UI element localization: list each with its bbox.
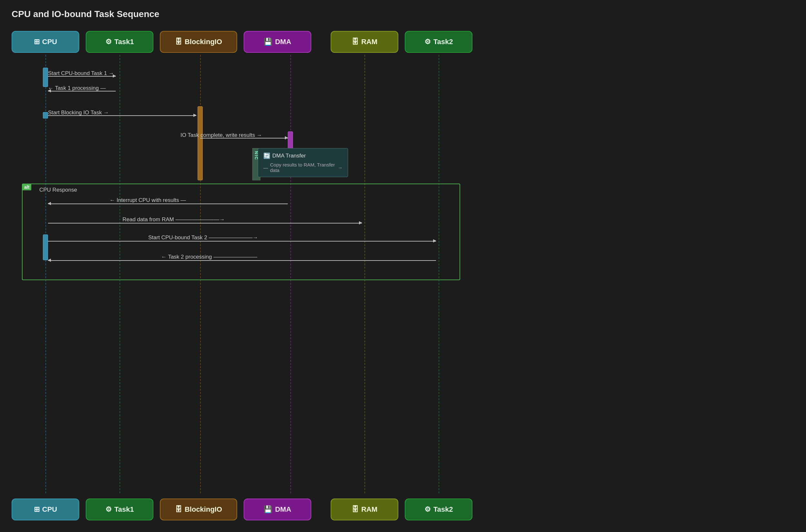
task2-icon-bottom: ⚙ <box>424 505 431 514</box>
actor-task1-bottom: ⚙ Task1 <box>86 498 153 520</box>
actor-task1-top: ⚙ Task1 <box>86 31 153 53</box>
activation-blockingio <box>198 106 203 180</box>
actor-dma-bottom-label: DMA <box>275 505 291 514</box>
dma-icon-top: 💾 <box>263 38 272 46</box>
actor-ram-bottom-label: RAM <box>361 505 378 514</box>
label-msg8: ← Task 2 processing ———————— <box>161 254 257 260</box>
label-msg2: ← Task 1 processing — <box>48 85 106 92</box>
actor-task2-top: ⚙ Task2 <box>405 31 473 53</box>
dma-icon-bottom: 💾 <box>263 505 272 514</box>
label-msg3: Start Blocking IO Task → <box>48 110 109 116</box>
actor-blockingio-bottom-label: BlockingIO <box>185 505 222 514</box>
task1-icon-top: ⚙ <box>105 38 112 46</box>
label-msg7: Start CPU-bound Task 2 ————————→ <box>148 234 258 241</box>
actor-dma-bottom: 💾 DMA <box>244 498 311 520</box>
actor-task2-top-label: Task2 <box>434 38 453 46</box>
label-msg1: Start CPU-bound Task 1 → <box>48 70 114 77</box>
actor-cpu-bottom-label: CPU <box>42 505 57 514</box>
arrow-msg7 <box>48 241 436 242</box>
actor-ram-top: 🗄 RAM <box>331 31 398 53</box>
ram-icon-top: 🗄 <box>352 38 359 46</box>
cpu-icon-bottom: ⊞ <box>34 505 40 514</box>
dma-box-title: 🔄 DMA Transfer <box>263 152 343 159</box>
dma-transfer-box: 🔄 DMA Transfer — Copy results to RAM, Tr… <box>258 148 348 177</box>
ram-icon-bottom: 🗄 <box>352 505 359 514</box>
actor-dma-top-label: DMA <box>275 38 291 46</box>
alt-frame: alt CPU Response <box>22 184 460 280</box>
task2-icon-top: ⚙ <box>424 38 431 46</box>
activation-cpu-1 <box>43 68 48 87</box>
actor-blockingio-top: 🗄 BlockingIO <box>160 31 237 53</box>
actor-task2-bottom-label: Task2 <box>434 505 453 514</box>
actor-task1-top-label: Task1 <box>114 38 134 46</box>
actor-blockingio-bottom: 🗄 BlockingIO <box>160 498 237 520</box>
actor-blockingio-top-label: BlockingIO <box>185 38 222 46</box>
label-msg5: ← Interrupt CPU with results — <box>110 197 186 204</box>
label-msg6: Read data from RAM ————————→ <box>123 216 225 223</box>
task1-icon-bottom: ⚙ <box>105 505 112 514</box>
actor-cpu-bottom: ⊞ CPU <box>12 498 79 520</box>
blockingio-icon-bottom: 🗄 <box>175 505 182 514</box>
actor-ram-bottom: 🗄 RAM <box>331 498 398 520</box>
arrow-msg8 <box>48 260 436 261</box>
actor-cpu-top-label: CPU <box>42 38 57 46</box>
actor-ram-top-label: RAM <box>361 38 378 46</box>
actor-cpu-top: ⊞ CPU <box>12 31 79 53</box>
cpu-icon-top: ⊞ <box>34 38 40 46</box>
alt-label: alt <box>22 184 31 190</box>
page-title: CPU and IO-bound Task Sequence <box>12 9 159 19</box>
actor-task1-bottom-label: Task1 <box>114 505 134 514</box>
activation-cpu-blockingio <box>43 112 48 118</box>
blockingio-icon-top: 🗄 <box>175 38 182 46</box>
actor-task2-bottom: ⚙ Task2 <box>405 498 473 520</box>
arrow-msg5 <box>48 204 288 204</box>
alt-frame-title: CPU Response <box>39 187 77 193</box>
dma-box-content: — Copy results to RAM, Transfer data → <box>263 162 343 173</box>
arrow-msg6 <box>48 223 362 224</box>
actor-dma-top: 💾 DMA <box>244 31 311 53</box>
label-msg4: IO Task complete, write results → <box>181 132 262 138</box>
